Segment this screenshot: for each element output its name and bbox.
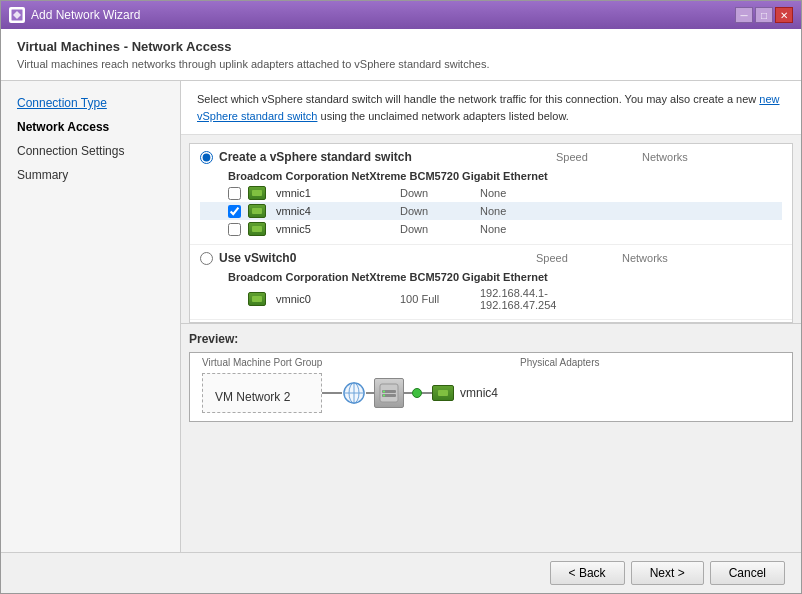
svg-point-5 xyxy=(344,383,364,403)
sidebar-item-network-access: Network Access xyxy=(1,115,180,139)
window-title: Add Network Wizard xyxy=(31,8,140,22)
sidebar: Connection Type Network Access Connectio… xyxy=(1,81,181,552)
adapter-row-vmnic4: vmnic4 Down None xyxy=(200,202,782,220)
sidebar-item-connection-settings: Connection Settings xyxy=(1,139,180,163)
vmnic1-checkbox[interactable] xyxy=(228,187,241,200)
switch-list[interactable]: Create a vSphere standard switch Speed N… xyxy=(189,143,793,323)
connector-line-2 xyxy=(366,392,374,394)
title-buttons: ─ □ ✕ xyxy=(735,7,793,23)
vmnic1-nic-icon xyxy=(248,186,266,200)
col-speed-1: Speed xyxy=(556,151,636,163)
instructions-text2: using the unclaimed network adapters lis… xyxy=(321,110,569,122)
vmnic5-name: vmnic5 xyxy=(270,223,400,235)
instructions: Select which vSphere standard switch wil… xyxy=(181,81,801,135)
create-new-switch-option[interactable]: Create a vSphere standard switch Speed N… xyxy=(190,144,792,245)
adapter-group-title-2: Broadcom Corporation NetXtreme BCM5720 G… xyxy=(200,269,782,285)
col-networks-2: Networks xyxy=(622,252,782,264)
adapter-row-vmnic0: vmnic0 100 Full 192.168.44.1-192.168.47.… xyxy=(200,285,782,313)
main-panel: Select which vSphere standard switch wil… xyxy=(181,81,801,552)
svg-point-10 xyxy=(383,395,385,397)
vmnic4-networks: None xyxy=(480,205,620,217)
create-new-label: Create a vSphere standard switch xyxy=(219,150,412,164)
maximize-button[interactable]: □ xyxy=(755,7,773,23)
vmnic1-speed: Down xyxy=(400,187,480,199)
add-network-wizard-window: Add Network Wizard ─ □ ✕ Virtual Machine… xyxy=(0,0,802,594)
page-subtitle: Virtual machines reach networks through … xyxy=(17,58,785,70)
preview-nic-name: vmnic4 xyxy=(460,386,498,400)
vmnic1-checkbox-cell[interactable] xyxy=(228,187,248,200)
preview-label: Preview: xyxy=(189,332,793,346)
footer: < Back Next > Cancel xyxy=(1,552,801,593)
create-new-radio[interactable] xyxy=(200,151,213,164)
connector-line-3 xyxy=(404,392,412,394)
vmnic0-speed: 100 Full xyxy=(400,293,480,305)
vswitch1-option[interactable]: Use vSwitch1 Speed Networks xyxy=(190,320,792,323)
adapter-group-title-1: Broadcom Corporation NetXtreme BCM5720 G… xyxy=(200,168,782,184)
vswitch0-label: Use vSwitch0 xyxy=(219,251,296,265)
vmnic4-name: vmnic4 xyxy=(270,205,400,217)
minimize-button[interactable]: ─ xyxy=(735,7,753,23)
preview-diagram: Virtual Machine Port Group Physical Adap… xyxy=(189,352,793,422)
vmnic4-checkbox[interactable] xyxy=(228,205,241,218)
vmnic5-checkbox[interactable] xyxy=(228,223,241,236)
content-area: Connection Type Network Access Connectio… xyxy=(1,81,801,552)
vmnic0-nic-icon xyxy=(248,292,266,306)
preview-port-group-label: Virtual Machine Port Group xyxy=(202,357,322,368)
vswitch0-radio[interactable] xyxy=(200,252,213,265)
vmnic1-name: vmnic1 xyxy=(270,187,400,199)
vmnic5-nic-icon xyxy=(248,222,266,236)
vmnic5-networks: None xyxy=(480,223,620,235)
sidebar-item-summary: Summary xyxy=(1,163,180,187)
vswitch0-option[interactable]: Use vSwitch0 Speed Networks Broadcom Cor… xyxy=(190,245,792,320)
uplink-dot xyxy=(412,388,422,398)
virtual-switch-box xyxy=(374,378,404,408)
title-bar: Add Network Wizard ─ □ ✕ xyxy=(1,1,801,29)
back-button[interactable]: < Back xyxy=(550,561,625,585)
vmnic0-name: vmnic0 xyxy=(270,293,400,305)
preview-port-group: VM Network 2 xyxy=(202,373,322,413)
vmnic1-networks: None xyxy=(480,187,620,199)
header-area: Virtual Machines - Network Access Virtua… xyxy=(1,29,801,81)
vmnic5-checkbox-cell[interactable] xyxy=(228,223,248,236)
preview-nic-icon xyxy=(432,385,454,401)
preview-physical-adapters-label: Physical Adapters xyxy=(520,357,600,368)
vmnic0-networks: 192.168.44.1-192.168.47.254 xyxy=(480,287,620,311)
vmnic4-speed: Down xyxy=(400,205,480,217)
window-icon xyxy=(9,7,25,23)
col-networks-1: Networks xyxy=(642,151,782,163)
preview-area: Preview: Virtual Machine Port Group Phys… xyxy=(181,323,801,430)
page-title: Virtual Machines - Network Access xyxy=(17,39,785,54)
col-speed-2: Speed xyxy=(536,252,616,264)
connector-line-1 xyxy=(322,392,342,394)
connector-line-4 xyxy=(422,392,432,394)
svg-point-9 xyxy=(383,391,385,393)
preview-port-group-name: VM Network 2 xyxy=(215,390,290,404)
vmnic4-checkbox-cell[interactable] xyxy=(228,205,248,218)
adapter-row-vmnic1: vmnic1 Down None xyxy=(200,184,782,202)
sidebar-item-connection-type[interactable]: Connection Type xyxy=(1,91,180,115)
title-bar-left: Add Network Wizard xyxy=(9,7,140,23)
cancel-button[interactable]: Cancel xyxy=(710,561,785,585)
next-button[interactable]: Next > xyxy=(631,561,704,585)
vmnic4-nic-icon xyxy=(248,204,266,218)
vmnic5-speed: Down xyxy=(400,223,480,235)
close-button[interactable]: ✕ xyxy=(775,7,793,23)
adapter-row-vmnic5: vmnic5 Down None xyxy=(200,220,782,238)
instructions-text1: Select which vSphere standard switch wil… xyxy=(197,93,756,105)
globe-icon xyxy=(342,381,366,405)
